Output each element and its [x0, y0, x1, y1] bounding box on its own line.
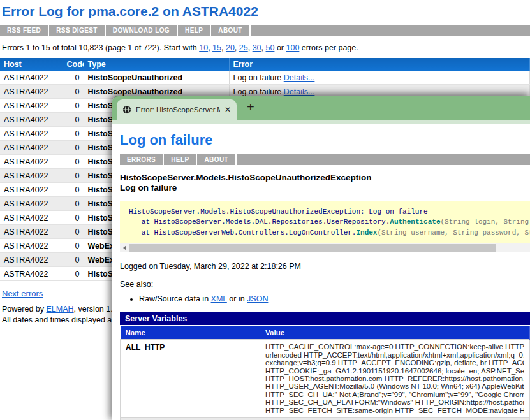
about-button[interactable]: ABOUT [211, 25, 251, 36]
rss-digest-button[interactable]: RSS DIGEST [49, 25, 106, 36]
pager-status-prefix: Errors 1 to 15 of total 10,823 (page 1 o… [2, 43, 199, 52]
error-detail-title: Log on failure [120, 132, 530, 148]
page-size-link-20[interactable]: 20 [226, 43, 235, 52]
see-also-label: See also: [120, 280, 530, 289]
value-line: HTTP_COOKIE:_ga=GA1.2.1901151920.1647002… [265, 367, 524, 375]
globe-icon [122, 105, 131, 114]
see-also-prefix: Raw/Source data in [139, 294, 211, 303]
new-tab-button[interactable]: + [247, 100, 254, 115]
name-column-header: Name [121, 326, 260, 340]
host-column-header: Host [0, 58, 63, 71]
nav-bar-filler [251, 25, 530, 36]
code-cell: 0 [63, 71, 84, 85]
value-column-header: Value [260, 326, 530, 340]
code-column-header: Code [63, 58, 84, 71]
code-cell: 0 [63, 85, 84, 99]
xml-link[interactable]: XML [211, 294, 227, 303]
value-line: exchange;v=b3;q=0.9 HTTP_ACCEPT_ENCODING… [265, 359, 524, 366]
value-line: HTTP_SEC_CH_UA:" Not A;Brand";v="99", "C… [265, 391, 524, 398]
variable-name-cell: ALL_RAW [121, 418, 260, 420]
server-variables-table: Name Value ALL_HTTP HTTP_CACHE_CONTROL:m… [120, 326, 530, 420]
code-cell: 0 [63, 183, 84, 197]
details-link[interactable]: Details... [284, 87, 315, 96]
page-size-link-100[interactable]: 100 [286, 43, 299, 52]
stack-trace: HistoScopeServer.Models.HistoScopeUnauth… [120, 201, 530, 244]
logged-on-text: Logged on Tuesday, March 29, 2022 at 2:1… [120, 262, 530, 271]
code-cell: 0 [63, 267, 84, 281]
host-cell: ASTRA4022 [0, 225, 63, 239]
error-column-header: Error [229, 58, 530, 71]
page-size-link-10[interactable]: 10 [199, 43, 208, 52]
json-link[interactable]: JSON [247, 294, 268, 303]
page-size-link-25[interactable]: 25 [239, 43, 248, 52]
value-line: HTTP_USER_AGENT:Mozilla/5.0 (Windows NT … [265, 382, 524, 390]
host-cell: ASTRA4022 [0, 99, 63, 113]
powered-by-prefix: Powered by [2, 305, 46, 314]
browser-toolbar-strip [112, 120, 530, 124]
rss-feed-button[interactable]: RSS FEED [0, 25, 49, 36]
see-also-list: Raw/Source data in XML or in JSON [120, 294, 530, 303]
code-cell: 0 [63, 225, 84, 239]
code-cell: 0 [63, 239, 84, 253]
server-variables-header-row: Name Value [121, 326, 530, 340]
value-line: HTTP_SEC_FETCH_SITE:same-origin HTTP_SEC… [265, 407, 524, 414]
help-button[interactable]: HELP [178, 25, 211, 36]
error-table-header-row: Host Code Type Error [0, 58, 530, 71]
code-cell: 0 [63, 113, 84, 127]
see-also-mid: or in [227, 294, 247, 303]
type-column-header: Type [84, 58, 229, 71]
error-table-row: ASTRA4022 0 HistoScopeUnauthorized Log o… [0, 71, 530, 85]
exception-message: Log on failure [120, 183, 530, 193]
value-line: urlencoded HTTP_ACCEPT:text/html,applica… [265, 351, 524, 359]
code-cell: 0 [63, 155, 84, 169]
code-cell: 0 [63, 141, 84, 155]
error-detail-window: Error: HistoScopeServer.Models.H ✕ + Log… [112, 96, 530, 420]
code-cell: 0 [63, 211, 84, 225]
host-cell: ASTRA4022 [0, 183, 63, 197]
type-cell: HistoScopeUnauthorized [84, 71, 229, 85]
page-title: Error Log for pma.core.2 on ASTRA4022 [2, 4, 530, 19]
host-cell: ASTRA4022 [0, 253, 63, 267]
scroll-left-arrow-icon[interactable] [120, 245, 129, 250]
page-size-link-30[interactable]: 30 [253, 43, 261, 52]
popup-help-button[interactable]: HELP [164, 154, 197, 165]
host-cell: ASTRA4022 [0, 71, 63, 85]
code-cell: 0 [63, 253, 84, 267]
code-cell: 0 [63, 169, 84, 183]
variable-value-cell: HTTP_CACHE_CONTROL:max-age=0 HTTP_CONNEC… [260, 340, 530, 418]
error-text: Log on failure [233, 73, 284, 82]
horizontal-scrollbar[interactable] [120, 243, 530, 252]
page-size-link-50[interactable]: 50 [266, 43, 275, 52]
stack-trace-line: HistoScopeServer.Models.HistoScopeUnauth… [129, 206, 530, 217]
code-cell: 0 [63, 99, 84, 113]
value-line: HTTP_HOST:host.pathomation.com HTTP_REFE… [265, 375, 524, 382]
host-cell: ASTRA4022 [0, 197, 63, 211]
host-cell: ASTRA4022 [0, 169, 63, 183]
details-link[interactable]: Details... [284, 73, 315, 82]
popup-about-button[interactable]: ABOUT [197, 154, 237, 165]
scrollbar-thumb[interactable] [129, 244, 496, 252]
stack-trace-line: at HistoScopeServer.Models.DAL.Repositor… [129, 217, 530, 228]
server-variables-body: ALL_HTTP HTTP_CACHE_CONTROL:max-age=0 HT… [121, 340, 530, 420]
error-text: Log on failure [233, 87, 284, 96]
next-errors-link[interactable]: Next errors [2, 289, 43, 298]
close-icon[interactable]: ✕ [223, 105, 231, 114]
pager-status: Errors 1 to 15 of total 10,823 (page 1 o… [2, 43, 530, 52]
download-log-button[interactable]: DOWNLOAD LOG [106, 25, 178, 36]
host-cell: ASTRA4022 [0, 113, 63, 127]
errors-button[interactable]: ERRORS [120, 154, 164, 165]
main-nav-bar: RSS FEED RSS DIGEST DOWNLOAD LOG HELP AB… [0, 25, 530, 36]
host-cell: ASTRA4022 [0, 155, 63, 169]
page-size-link-15[interactable]: 15 [212, 43, 221, 52]
host-cell: ASTRA4022 [0, 211, 63, 225]
code-cell: 0 [63, 197, 84, 211]
browser-tab[interactable]: Error: HistoScopeServer.Models.H ✕ [117, 99, 237, 120]
error-cell: Log on failure Details... [229, 71, 530, 85]
popup-nav-filler [237, 154, 530, 165]
stack-trace-line: at HistoScopeServerWeb.Controllers.LogOn… [129, 228, 530, 238]
elmah-link[interactable]: ELMAH [46, 305, 73, 314]
pager-status-suffix: errors per page. [299, 43, 358, 52]
value-line: HTTP_SEC_CH_UA_PLATFORM:"Windows" HTTP_O… [265, 398, 524, 406]
code-cell: 0 [63, 127, 84, 141]
browser-tab-bar: Error: HistoScopeServer.Models.H ✕ + [112, 96, 530, 120]
